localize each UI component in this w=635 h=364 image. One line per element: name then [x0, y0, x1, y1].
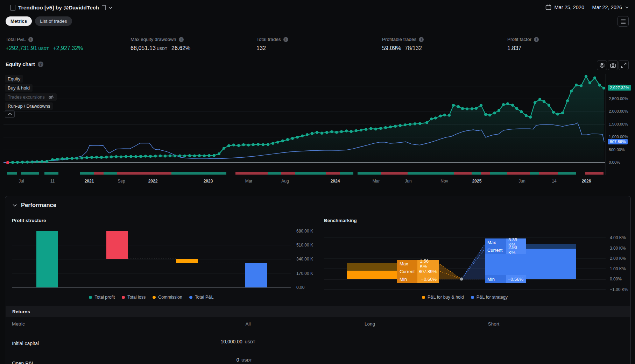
benchmark-stat-row: Min−0.56%	[485, 275, 526, 283]
divider	[5, 333, 630, 333]
returns-column-header: Short	[459, 321, 529, 327]
benchmarking-legend[interactable]: P&L for buy & holdP&L for strategy	[324, 295, 606, 300]
profit-structure-legend[interactable]: Total profitTotal lossCommissionTotal P&…	[12, 295, 291, 300]
equity-chart-y-axis: 0.00%500.00%1,000.00%1,500.00%2,000.00%2…	[608, 0, 635, 189]
svg-text:Aug: Aug	[281, 179, 289, 184]
svg-text:1.00 K%: 1.00 K%	[610, 266, 626, 271]
legend-dot-icon	[153, 296, 156, 299]
legend-dot-icon	[122, 296, 125, 299]
legend-item[interactable]: P&L for buy & hold	[422, 295, 464, 300]
legend-item[interactable]: Total loss	[122, 295, 146, 300]
equity-chart-plot[interactable]: Jul112021Sep20222023MarAug2024MarJunNov2…	[0, 0, 635, 189]
legend-dot-icon	[89, 296, 92, 299]
legend-dot-icon	[471, 296, 474, 299]
svg-text:−1.00 K%: −1.00 K%	[610, 287, 628, 292]
last-value-badge: 807.89%	[608, 139, 628, 144]
y-axis-tick: 1,000.00%	[609, 135, 628, 139]
returns-column-header: All	[213, 321, 283, 327]
svg-text:Mar: Mar	[245, 179, 253, 184]
svg-text:170.00 K: 170.00 K	[296, 271, 313, 276]
y-axis-tick: 0.00%	[609, 160, 620, 164]
benchmark-stat-row: Current807.89%	[397, 267, 439, 275]
svg-text:2024: 2024	[331, 179, 340, 184]
currency-unit: USDT	[241, 358, 252, 362]
svg-text:14: 14	[552, 179, 557, 184]
svg-text:0.00%: 0.00%	[610, 277, 622, 281]
legend-item[interactable]: Total P&L	[189, 295, 214, 300]
svg-text:2.00 K%: 2.00 K%	[610, 256, 626, 261]
svg-text:0.00: 0.00	[296, 285, 305, 290]
strategy-tester-page: Trendhoo [v5] by @DaviddTech Mar 25, 202…	[0, 0, 635, 364]
performance-charts-plot[interactable]: 0.00170.00 K340.00 K510.00 K680.00 K4.00…	[5, 196, 630, 308]
legend-item[interactable]: Commission	[153, 295, 182, 300]
returns-column-header: Long	[335, 321, 405, 327]
svg-text:680.00 K: 680.00 K	[296, 229, 313, 234]
svg-text:Sep: Sep	[118, 179, 125, 184]
svg-text:2023: 2023	[204, 179, 213, 184]
y-axis-tick: 1,500.00%	[609, 122, 628, 126]
legend-item[interactable]: Total profit	[89, 295, 115, 300]
svg-text:2025: 2025	[472, 179, 482, 184]
benchmark-stat-row: Min−0.60%	[397, 275, 439, 283]
benchmark-stat-row: Max1.56 K%	[397, 260, 439, 267]
svg-text:340.00 K: 340.00 K	[296, 257, 313, 262]
returns-column-header: Metric	[12, 321, 25, 327]
legend-dot-icon	[422, 296, 425, 299]
currency-unit: USDT	[245, 340, 255, 344]
y-axis-tick: 500.00%	[609, 148, 625, 152]
svg-text:2021: 2021	[85, 179, 94, 184]
svg-text:4.00 K%: 4.00 K%	[610, 235, 626, 240]
svg-text:Jun: Jun	[518, 179, 525, 184]
svg-text:Jun: Jun	[405, 179, 411, 184]
divider	[5, 356, 630, 356]
svg-text:Jul: Jul	[19, 179, 24, 184]
svg-text:Nov: Nov	[440, 179, 448, 184]
returns-row-value: 10,000.00 USDT	[203, 339, 273, 344]
y-axis-tick: 2,500.00%	[609, 97, 628, 101]
svg-text:3.00 K%: 3.00 K%	[610, 246, 626, 251]
returns-row-metric: Initial capital	[12, 341, 39, 346]
legend-dot-icon	[189, 296, 192, 299]
last-value-badge: 2,927.32%	[608, 85, 631, 91]
y-axis-tick: 2,000.00%	[609, 109, 628, 113]
legend-item[interactable]: P&L for strategy	[471, 295, 508, 300]
svg-text:510.00 K: 510.00 K	[296, 243, 313, 248]
svg-text:11: 11	[50, 179, 55, 184]
returns-section-header: Returns	[6, 306, 630, 317]
returns-row-metric: Open P&L	[12, 361, 35, 364]
svg-text:2022: 2022	[148, 179, 158, 184]
svg-text:Mar: Mar	[373, 179, 380, 184]
benchmark-stat-row: Current2.93 K%	[485, 246, 526, 254]
performance-panel: Performance Profit structure Benchmarkin…	[5, 196, 631, 364]
returns-row-value: 0 USDT	[209, 357, 279, 363]
svg-text:2026: 2026	[582, 179, 591, 184]
